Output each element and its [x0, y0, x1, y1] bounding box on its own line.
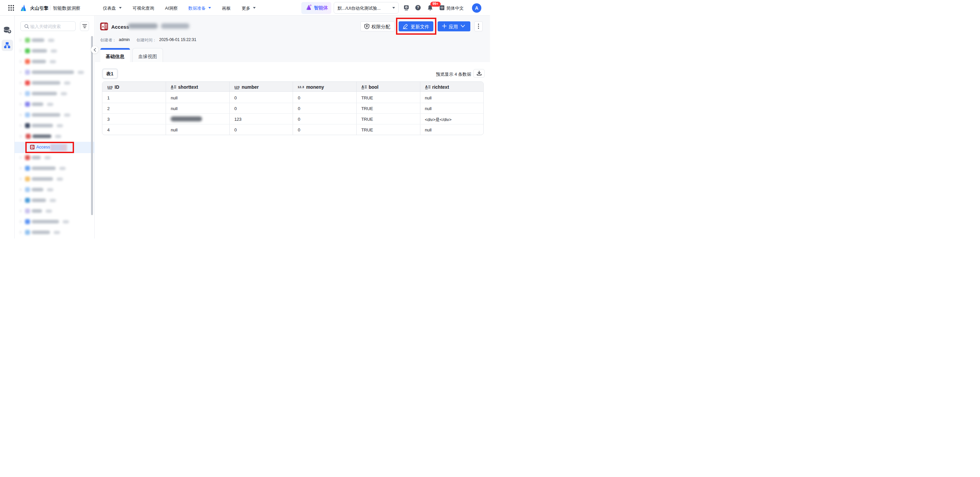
svg-text:12.3: 12.3	[298, 85, 304, 89]
svg-text:A: A	[361, 85, 364, 89]
svg-text:123: 123	[107, 85, 113, 88]
svg-text:A: A	[102, 25, 104, 28]
svg-text:中: 中	[440, 6, 443, 10]
svg-text:A: A	[171, 85, 173, 89]
svg-text:A: A	[425, 85, 428, 89]
svg-text:123: 123	[234, 85, 240, 88]
